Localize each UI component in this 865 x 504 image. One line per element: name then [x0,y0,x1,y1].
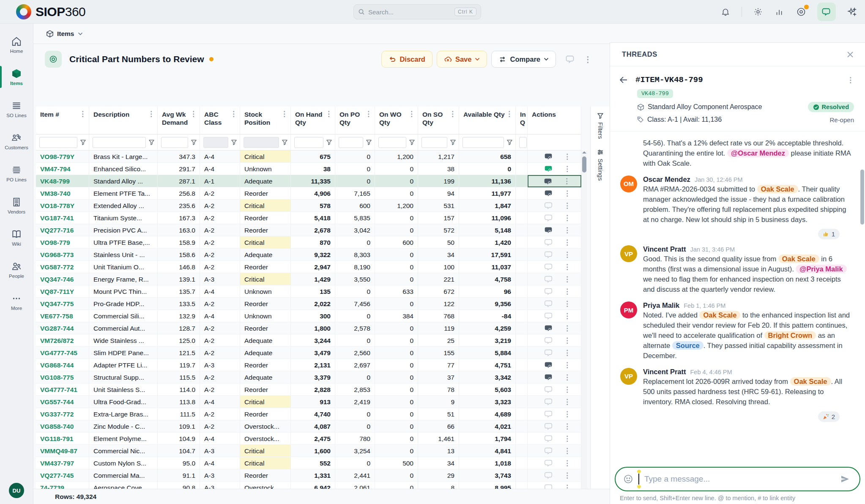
row-actions-cell[interactable]: ⋮ [528,359,581,371]
filter-input-onwo[interactable] [378,137,406,148]
row-kebab-menu[interactable]: ⋮ [564,447,571,455]
filter-funnel-icon[interactable] [326,139,332,145]
filter-input-onpo[interactable] [339,137,363,148]
row-actions-cell[interactable]: ⋮ [528,224,581,236]
column-header-avail[interactable]: Available Qty⋮ [459,107,516,134]
thread-kebab-menu[interactable]: ⋮ [847,77,854,84]
row-chat-icon[interactable] [544,422,553,430]
search-input[interactable]: Search... Ctrl K [353,4,481,19]
column-header-stock[interactable]: Stock Position⋮ [240,107,291,134]
row-chat-icon[interactable] [544,397,553,406]
row-kebab-menu[interactable]: ⋮ [564,374,571,381]
close-icon[interactable] [846,51,854,58]
item-id-badge[interactable]: VK48-799 [637,89,673,98]
row-actions-cell[interactable]: ⋮ [528,273,581,285]
cell-item[interactable]: VE677-758 [36,310,89,322]
row-actions-cell[interactable]: ⋮ [528,310,581,322]
column-header-desc[interactable]: Description⋮ [89,107,158,134]
cell-item[interactable]: VO18-778Y [36,200,89,212]
filters-tab[interactable]: Filters [597,112,604,139]
row-actions-cell[interactable]: ⋮ [528,469,581,482]
vertical-scrollbar[interactable] [581,151,587,504]
breadcrumb-label[interactable]: Items [57,30,74,38]
reopen-link[interactable]: Re-open [829,116,854,123]
column-menu-icon[interactable]: ⋮ [408,110,415,134]
row-chat-icon[interactable] [544,446,553,455]
column-menu-icon[interactable]: ⋮ [325,110,332,134]
row-chat-icon[interactable] [544,348,553,357]
cell-item[interactable]: VK48-799 [36,175,89,187]
emoji-smiley-icon[interactable] [623,474,633,484]
row-chat-icon[interactable] [544,263,553,271]
row-chat-icon[interactable] [544,201,553,210]
row-kebab-menu[interactable]: ⋮ [564,398,571,405]
cell-item[interactable]: VG557-744 [36,396,89,408]
filter-funnel-icon[interactable] [191,139,197,145]
cell-item[interactable]: VMMQ49-87 [36,445,89,457]
row-kebab-menu[interactable]: ⋮ [564,288,571,295]
filter-input-avg[interactable] [161,137,188,148]
row-chat-icon[interactable] [544,226,553,234]
cell-item[interactable]: VG858-740 [36,420,89,433]
row-kebab-menu[interactable]: ⋮ [564,386,571,393]
row-actions-cell[interactable]: ⋮ [528,261,581,273]
row-chat-icon[interactable] [544,373,553,381]
target-icon[interactable] [796,6,807,17]
row-kebab-menu[interactable]: ⋮ [564,423,571,430]
view-target-icon[interactable] [45,51,62,68]
entity-chip[interactable]: Oak Scale [790,377,831,386]
cell-item[interactable]: VO98-779 [36,236,89,249]
cell-item[interactable]: VG587-772 [36,261,89,273]
cell-item[interactable]: VG287-744 [36,322,89,334]
row-chat-icon[interactable] [544,238,553,247]
column-header-inq[interactable]: In Q [516,107,528,134]
cell-item[interactable]: VM47-794 [36,163,89,175]
row-actions-cell[interactable]: ⋮ [528,298,581,310]
mention-chip[interactable]: @Priya Malik [796,265,846,273]
cell-item[interactable]: VG337-772 [36,408,89,420]
row-kebab-menu[interactable]: ⋮ [564,300,571,307]
settings-gear-icon[interactable] [753,6,764,17]
row-chat-icon[interactable] [544,189,553,197]
column-menu-icon[interactable]: ⋮ [365,110,372,134]
notifications-bell-icon[interactable] [720,6,731,17]
row-actions-cell[interactable]: ⋮ [528,151,581,163]
row-actions-cell[interactable]: ⋮ [528,457,581,469]
save-button[interactable]: Save [437,51,487,68]
row-kebab-menu[interactable]: ⋮ [564,153,571,160]
column-header-abc[interactable]: ABC Class⋮ [200,107,240,134]
row-chat-icon[interactable] [544,312,553,320]
vertical-scrollbar-thumb[interactable] [582,156,586,173]
sidebar-item-vendors[interactable]: Vendors [0,193,33,218]
row-actions-cell[interactable]: ⋮ [528,445,581,457]
column-header-actions[interactable]: Actions [528,107,581,134]
column-menu-icon[interactable]: ⋮ [190,110,197,134]
row-actions-cell[interactable]: ⋮ [528,433,581,445]
row-actions-cell[interactable]: ⋮ [528,383,581,396]
mention-chip[interactable]: @Oscar Mendez [727,149,789,157]
column-header-avg[interactable]: Avg Wk Demand⋮ [158,107,200,134]
row-chat-icon[interactable] [544,177,552,186]
row-kebab-menu[interactable]: ⋮ [564,239,571,246]
row-actions-cell[interactable]: ⋮ [528,334,581,347]
column-header-item[interactable]: Item #⋮ [36,107,89,134]
sidebar-item-customers[interactable]: Customers [0,129,33,154]
row-actions-cell[interactable]: ⋮ [528,285,581,298]
row-kebab-menu[interactable]: ⋮ [564,276,571,283]
row-chat-icon[interactable] [544,324,553,332]
row-actions-cell[interactable]: ⋮ [528,187,581,200]
row-kebab-menu[interactable]: ⋮ [563,178,570,185]
filter-input-desc[interactable] [93,137,146,148]
row-kebab-menu[interactable]: ⋮ [564,435,571,442]
cell-item[interactable]: VG108-775 [36,371,89,383]
column-header-onso[interactable]: On SO Qty⋮ [418,107,459,134]
row-actions-cell[interactable]: ⋮ [528,163,581,175]
cell-item[interactable]: VM38-740 [36,187,89,200]
row-chat-icon[interactable] [544,250,553,259]
filter-funnel-icon[interactable] [366,139,372,145]
filter-select-abc[interactable] [203,137,228,148]
row-actions-cell[interactable]: ⋮ [528,236,581,249]
sidebar-item-items[interactable]: Items [0,64,33,90]
row-actions-cell[interactable]: ⋮ [528,347,581,359]
row-actions-cell[interactable]: ⋮ [528,175,581,187]
